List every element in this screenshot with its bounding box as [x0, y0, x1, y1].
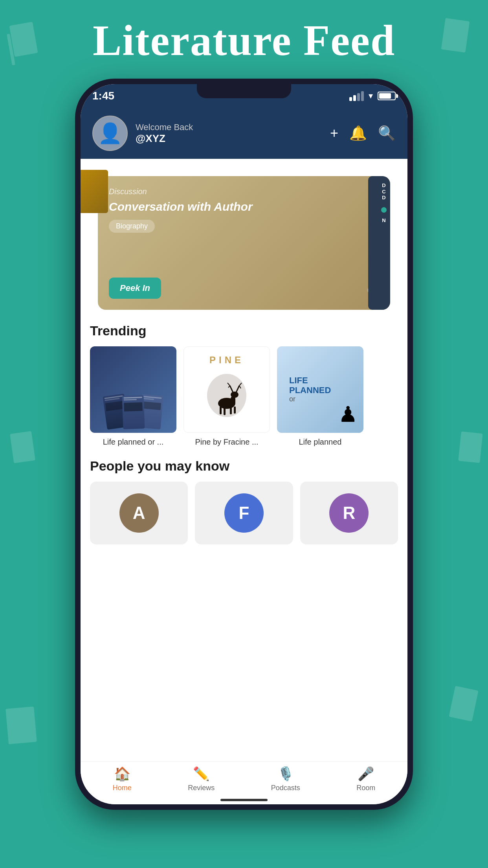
svg-rect-11 [458, 431, 483, 463]
people-section-title: People you may know [81, 454, 407, 478]
app-header: 👤 Welcome Back @XYZ + 🔔 🔍 [81, 108, 407, 159]
page-title: Literature Feed [0, 16, 488, 66]
svg-rect-8 [6, 709, 12, 744]
list-item[interactable]: LIFE PLANNED or ♟ Life planned [277, 346, 363, 447]
username-label: @XYZ [136, 132, 322, 145]
person-avatar-r: R [329, 493, 369, 533]
nav-item-home[interactable]: 🏠 Home [113, 766, 132, 792]
avatar-person-icon: 👤 [98, 122, 122, 145]
life-planned-cover-design: LIFE PLANNED or ♟ [277, 346, 363, 433]
wifi-icon: ▾ [369, 91, 373, 101]
notifications-button[interactable]: 🔔 [349, 125, 367, 142]
list-item[interactable]: R [300, 482, 398, 544]
svg-rect-10 [10, 431, 35, 463]
svg-rect-14 [220, 406, 222, 414]
home-icon: 🏠 [114, 766, 130, 782]
status-time: 1:45 [92, 90, 114, 102]
search-button[interactable]: 🔍 [378, 125, 396, 142]
svg-point-19 [231, 392, 238, 398]
nav-podcasts-label: Podcasts [271, 784, 300, 792]
nav-room-label: Room [356, 784, 375, 792]
scroll-content: Discussion Conversation with Author Biog… [81, 159, 407, 761]
list-item[interactable]: F [195, 482, 293, 544]
podcasts-icon: 🎙️ [277, 766, 294, 782]
book-title-2: Pine by Fracine ... [183, 438, 270, 447]
svg-rect-15 [224, 406, 226, 415]
nav-item-podcasts[interactable]: 🎙️ Podcasts [271, 766, 300, 792]
discussion-card: Discussion Conversation with Author Biog… [98, 176, 390, 310]
book-cover-1 [90, 346, 176, 433]
mini-book-2 [122, 395, 145, 429]
status-icons: ▾ [349, 91, 396, 101]
svg-rect-16 [230, 406, 232, 414]
people-row: A F R [81, 478, 407, 548]
right-preview-dot [381, 207, 387, 213]
welcome-label: Welcome Back [136, 122, 322, 132]
svg-point-12 [207, 374, 246, 417]
list-item[interactable]: A [90, 482, 188, 544]
reviews-icon: ✏️ [193, 766, 209, 782]
bottom-navigation: 🏠 Home ✏️ Reviews 🎙️ Podcasts 🎤 Room [81, 761, 407, 804]
discussion-tag: Biography [109, 220, 155, 233]
user-info: Welcome Back @XYZ [136, 122, 322, 145]
right-preview-n: N [382, 217, 385, 223]
lp-title-line1: LIFE [289, 376, 331, 385]
lp-or-text: or [289, 395, 331, 403]
add-button[interactable]: + [330, 125, 338, 142]
signal-icon [349, 91, 364, 101]
nav-item-room[interactable]: 🎤 Room [356, 766, 375, 792]
phone-frame: 1:45 ▾ 👤 Welcome Back @XY [75, 79, 413, 810]
book-cover-3: LIFE PLANNED or ♟ [277, 346, 363, 433]
list-item[interactable]: Life planned or ... [90, 346, 176, 447]
book-title-3: Life planned [277, 438, 363, 447]
peek-in-button[interactable]: Peek In [109, 278, 161, 299]
person-avatar-a: A [119, 493, 159, 533]
battery-icon [378, 92, 396, 100]
lp-title-line2: PLANNED [289, 386, 331, 395]
card-right-preview: DCD N [368, 176, 390, 310]
lp-text-container: LIFE PLANNED or [283, 370, 337, 409]
card-left-preview [81, 170, 108, 213]
pine-title-text: PINE [209, 355, 244, 366]
book-title-1: Life planned or ... [90, 438, 176, 447]
list-item[interactable]: PINE [183, 346, 270, 447]
nav-reviews-label: Reviews [188, 784, 215, 792]
chess-piece-icon: ♟ [338, 402, 358, 427]
svg-rect-17 [234, 406, 236, 414]
book-cover-2: PINE [183, 346, 270, 433]
room-icon: 🎤 [358, 766, 374, 782]
notch [197, 84, 291, 98]
phone-screen: 1:45 ▾ 👤 Welcome Back @XY [81, 84, 407, 804]
nav-home-label: Home [113, 784, 132, 792]
nav-item-reviews[interactable]: ✏️ Reviews [188, 766, 215, 792]
trending-section-title: Trending [81, 319, 407, 342]
discussion-label: Discussion [109, 187, 379, 196]
svg-rect-7 [6, 706, 37, 744]
right-preview-text: DCD [382, 182, 385, 201]
trending-books-row: Life planned or ... PINE [81, 342, 407, 451]
svg-rect-9 [449, 686, 478, 722]
home-indicator [220, 799, 268, 801]
discussion-title: Conversation with Author [109, 200, 379, 213]
header-actions: + 🔔 🔍 [330, 125, 396, 142]
pine-deer-icon [195, 372, 258, 419]
multi-books-display [97, 346, 170, 433]
person-avatar-f: F [224, 493, 264, 533]
user-avatar: 👤 [92, 116, 128, 151]
